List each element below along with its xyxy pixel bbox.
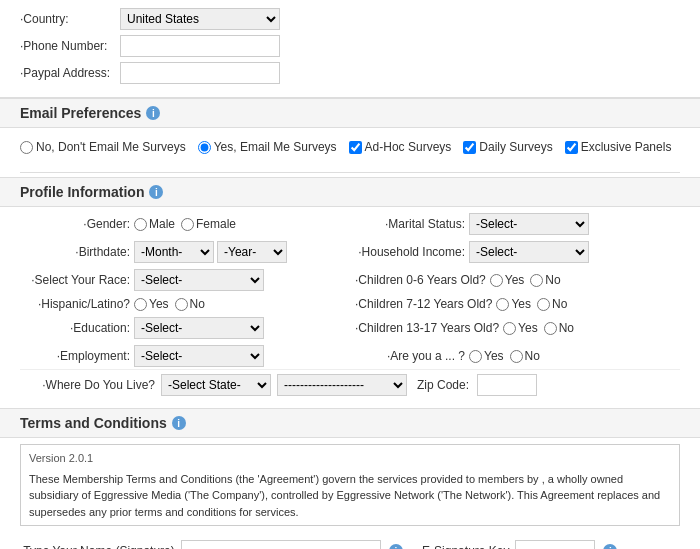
children1317-field: ·Children 13-17 Years Old? Yes No (355, 317, 680, 339)
hispanic-no-radio[interactable] (175, 298, 188, 311)
terms-info-icon[interactable]: i (172, 416, 186, 430)
profile-info-icon[interactable]: i (149, 185, 163, 199)
hispanic-no[interactable]: No (175, 297, 205, 311)
children712-yes-radio[interactable] (496, 298, 509, 311)
income-select[interactable]: -Select- (469, 241, 589, 263)
cb-exclusive-label: Exclusive Panels (581, 140, 672, 154)
email-preferences-section: No, Don't Email Me Surveys Yes, Email Me… (0, 134, 700, 168)
profile-information-title: Profile Information (20, 184, 144, 200)
hispanic-no-text: No (190, 297, 205, 311)
paypal-label: ·Paypal Address: (20, 66, 120, 80)
are-you-no[interactable]: No (510, 349, 540, 363)
country-select[interactable]: United States (120, 8, 280, 30)
terms-conditions-header: Terms and Conditions i (0, 408, 700, 438)
radio-yes-input[interactable] (198, 141, 211, 154)
cb-daily-input[interactable] (463, 141, 476, 154)
are-you-no-radio[interactable] (510, 350, 523, 363)
profile-information-header: Profile Information i (0, 177, 700, 207)
sig-key-info-icon[interactable]: i (603, 544, 617, 549)
children06-no-radio[interactable] (530, 274, 543, 287)
hispanic-yes-radio[interactable] (134, 298, 147, 311)
state-select[interactable]: -Select State- (161, 374, 271, 396)
income-field: ·Household Income: -Select- (355, 241, 680, 263)
birth-month-select[interactable]: -Month- (134, 241, 214, 263)
sig-key-label: ·E-Signature Key (419, 544, 510, 549)
birth-year-select[interactable]: -Year- (217, 241, 287, 263)
terms-paragraph1: These Membership Terms and Conditions (t… (29, 471, 671, 521)
birthdate-label: ·Birthdate: (20, 245, 130, 259)
hispanic-label: ·Hispanic/Latino? (20, 297, 130, 311)
race-select[interactable]: -Select- (134, 269, 264, 291)
children712-no-radio[interactable] (537, 298, 550, 311)
gender-male-radio[interactable] (134, 218, 147, 231)
checkbox-daily[interactable]: Daily Surveys (463, 140, 552, 154)
employment-label: ·Employment: (20, 349, 130, 363)
children1317-no-radio[interactable] (544, 322, 557, 335)
phone-input[interactable] (120, 35, 280, 57)
sig-info-icon[interactable]: i (389, 544, 403, 549)
hispanic-yes[interactable]: Yes (134, 297, 169, 311)
marital-select[interactable]: -Select- (469, 213, 589, 235)
children1317-no[interactable]: No (544, 321, 574, 335)
radio-no-input[interactable] (20, 141, 33, 154)
paypal-input[interactable] (120, 62, 280, 84)
signature-input[interactable] (181, 540, 381, 549)
education-field: ·Education: -Select- (20, 317, 345, 339)
cb-exclusive-input[interactable] (565, 141, 578, 154)
cb-adhoc-label: Ad-Hoc Surveys (365, 140, 452, 154)
radio-no-label: No, Don't Email Me Surveys (36, 140, 186, 154)
children1317-yes-radio[interactable] (503, 322, 516, 335)
where-do-you-live-row: ·Where Do You Live? -Select State- -----… (20, 369, 680, 400)
email-preferences-header: Email Preferences i (0, 98, 700, 128)
income-label: ·Household Income: (355, 245, 465, 259)
education-select[interactable]: -Select- (134, 317, 264, 339)
profile-information-section: ·Gender: Male Female ·Marital Status: -S (0, 213, 700, 408)
signature-row: ·Type Your Name (Signature) i ·E-Signatu… (0, 534, 700, 549)
gender-female-radio[interactable] (181, 218, 194, 231)
marital-label: ·Marital Status: (355, 217, 465, 231)
gender-label: ·Gender: (20, 217, 130, 231)
are-you-label: ·Are you a ... ? (355, 349, 465, 363)
gender-female-option[interactable]: Female (181, 217, 236, 231)
sig-label: ·Type Your Name (Signature) (20, 544, 175, 549)
terms-text: Version 2.0.1 These Membership Terms and… (21, 445, 679, 525)
children06-field: ·Children 0-6 Years Old? Yes No (355, 269, 680, 291)
region-select[interactable]: -------------------- (277, 374, 407, 396)
children06-yes[interactable]: Yes (490, 273, 525, 287)
gender-male-option[interactable]: Male (134, 217, 175, 231)
zipcode-input[interactable] (477, 374, 537, 396)
children712-label: ·Children 7-12 Years Old? (355, 297, 492, 311)
country-label: ·Country: (20, 12, 120, 26)
radio-no-email[interactable]: No, Don't Email Me Surveys (20, 140, 186, 154)
cb-adhoc-input[interactable] (349, 141, 362, 154)
cb-daily-label: Daily Surveys (479, 140, 552, 154)
checkbox-exclusive[interactable]: Exclusive Panels (565, 140, 672, 154)
are-you-yes-radio[interactable] (469, 350, 482, 363)
race-label: ·Select Your Race: (20, 273, 130, 287)
checkbox-adhoc[interactable]: Ad-Hoc Surveys (349, 140, 452, 154)
children712-yes[interactable]: Yes (496, 297, 531, 311)
sig-key-input[interactable] (515, 540, 595, 549)
children712-field: ·Children 7-12 Years Old? Yes No (355, 297, 680, 311)
race-field: ·Select Your Race: -Select- (20, 269, 345, 291)
children06-yes-radio[interactable] (490, 274, 503, 287)
children1317-label: ·Children 13-17 Years Old? (355, 321, 499, 335)
birthdate-field: ·Birthdate: -Month- -Year- (20, 241, 345, 263)
terms-version: Version 2.0.1 (29, 450, 671, 467)
terms-scroll-container: Version 2.0.1 These Membership Terms and… (20, 444, 680, 526)
children06-yes-text: Yes (505, 273, 525, 287)
email-info-icon[interactable]: i (146, 106, 160, 120)
children1317-yes[interactable]: Yes (503, 321, 538, 335)
are-you-field: ·Are you a ... ? Yes No (355, 345, 680, 367)
phone-label: ·Phone Number: (20, 39, 120, 53)
children06-no[interactable]: No (530, 273, 560, 287)
terms-section: Version 2.0.1 These Membership Terms and… (0, 444, 700, 534)
zipcode-label: Zip Code: (417, 378, 469, 392)
gender-field: ·Gender: Male Female (20, 213, 345, 235)
children06-label: ·Children 0-6 Years Old? (355, 273, 486, 287)
where-label: ·Where Do You Live? (40, 378, 155, 392)
children712-no[interactable]: No (537, 297, 567, 311)
radio-yes-email[interactable]: Yes, Email Me Surveys (198, 140, 337, 154)
employment-select[interactable]: -Select- (134, 345, 264, 367)
are-you-yes[interactable]: Yes (469, 349, 504, 363)
